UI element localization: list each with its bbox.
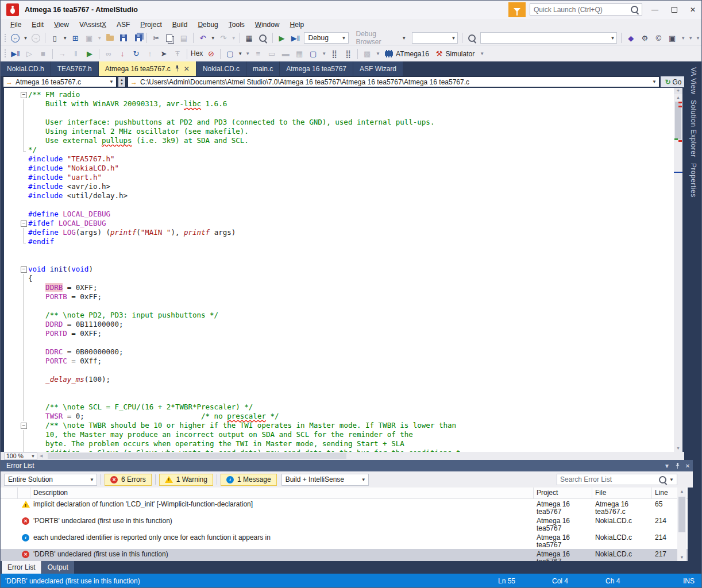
- side-tab-properties[interactable]: Properties: [689, 163, 697, 198]
- find-in-files-button[interactable]: [465, 32, 479, 44]
- vassistx-button[interactable]: ◆: [624, 32, 638, 44]
- close-button[interactable]: ✕: [684, 3, 701, 17]
- add-new-item-button[interactable]: ⊞: [68, 32, 82, 44]
- search-solution-combo[interactable]: ▼: [480, 32, 617, 44]
- close-panel-icon[interactable]: ✕: [682, 460, 693, 471]
- editor-vertical-scrollbar[interactable]: + ▲ ▼: [674, 88, 682, 452]
- doc-tab-atmega-16-tea5767[interactable]: Atmega 16 tea5767: [280, 61, 353, 76]
- window-layout-button[interactable]: ▦: [242, 32, 256, 44]
- scope-spinner[interactable]: ▲▼: [118, 76, 126, 87]
- close-tab-icon[interactable]: ✕: [184, 65, 190, 73]
- undo-button[interactable]: ↶: [196, 32, 210, 44]
- nav-backward-dropdown-caret[interactable]: ▼: [22, 36, 29, 41]
- menu-debug[interactable]: Debug: [192, 19, 223, 30]
- panel-tab-error-list[interactable]: Error List: [2, 561, 41, 574]
- feedback-button[interactable]: [508, 2, 526, 17]
- new-file-button[interactable]: ▯: [48, 32, 61, 44]
- pin-icon[interactable]: [175, 65, 180, 72]
- processor-view-dropdown-caret[interactable]: ▼: [237, 51, 244, 56]
- scrollbar-thumb[interactable]: [48, 453, 346, 459]
- error-row[interactable]: !implicit declaration of function 'LCD_i…: [1, 499, 688, 516]
- scroll-up-arrow[interactable]: ▲: [674, 94, 682, 101]
- file-path-combo[interactable]: → C:\Users\Admin\Documents\Atmel Studio\…: [128, 76, 659, 87]
- error-row[interactable]: ieach undeclared identifier is reported …: [1, 532, 688, 549]
- menu-build[interactable]: Build: [167, 19, 193, 30]
- zoom-control[interactable]: 100 % ▼: [4, 452, 37, 460]
- menu-window[interactable]: Window: [250, 19, 285, 30]
- save-all-button[interactable]: [130, 32, 144, 44]
- menu-file[interactable]: File: [5, 19, 26, 30]
- column-header-line[interactable]: Line: [652, 488, 678, 498]
- step-into-button[interactable]: ↓: [115, 48, 129, 60]
- tools-options-button[interactable]: ⚙: [638, 32, 651, 44]
- warnings-toggle-button[interactable]: ! 1 Warning: [159, 474, 213, 486]
- toolbar-overflow-button[interactable]: ▼: [686, 36, 694, 41]
- pin-icon[interactable]: [672, 460, 682, 471]
- menu-view[interactable]: View: [49, 19, 74, 30]
- start-debugging-and-break-button[interactable]: ▶‖: [288, 32, 302, 44]
- splitter-handle-icon[interactable]: +: [674, 88, 682, 94]
- fold-gutter[interactable]: [20, 265, 28, 274]
- device-indicator[interactable]: ATmega16: [381, 48, 433, 60]
- menu-vassistx[interactable]: VAssistX: [74, 19, 111, 30]
- doc-tab-main-c[interactable]: main.c: [246, 61, 280, 76]
- error-row[interactable]: ✕'PORTB' undeclared (first use in this f…: [1, 516, 688, 532]
- hex-display-button[interactable]: Hex: [190, 48, 204, 60]
- debug-tool-indicator[interactable]: ⚒Simulator: [433, 48, 478, 60]
- reset-button[interactable]: ↻: [129, 48, 143, 60]
- doc-tab-atmega-16-tea5767-c[interactable]: Atmega 16 tea5767.c✕: [99, 61, 196, 76]
- processor-view-button[interactable]: ▢: [223, 48, 237, 60]
- copy-button[interactable]: [163, 32, 177, 44]
- menu-project[interactable]: Project: [135, 19, 167, 30]
- menu-edit[interactable]: Edit: [26, 19, 49, 30]
- undo-dropdown-caret[interactable]: ▼: [210, 36, 217, 41]
- column-header-description[interactable]: Description: [30, 488, 534, 498]
- column-header-project[interactable]: Project: [534, 488, 592, 498]
- toolbar-overflow-button[interactable]: ▼: [244, 51, 251, 56]
- doc-tab-nokialcd-c[interactable]: NokiaLCD.c: [196, 61, 246, 76]
- column-header-blank[interactable]: [1, 488, 18, 498]
- memory-window-button[interactable]: ⣿: [341, 48, 355, 60]
- configuration-combo[interactable]: Debug▼: [304, 32, 348, 44]
- menu-asf[interactable]: ASF: [111, 19, 135, 30]
- fold-gutter[interactable]: [20, 90, 28, 99]
- selection-tool-button[interactable]: ▣: [665, 32, 679, 44]
- doc-tab-asf-wizard[interactable]: ASF Wizard: [353, 61, 403, 76]
- menu-tools[interactable]: Tools: [223, 19, 250, 30]
- save-button[interactable]: [117, 32, 130, 44]
- doc-tab-nokialcd-h[interactable]: NokiaLCD.h: [1, 61, 51, 76]
- window-position-chevron-icon[interactable]: ▼: [662, 460, 672, 471]
- side-tab-va-view[interactable]: VA View: [689, 67, 697, 94]
- error-search-input[interactable]: Search Error List ▼: [557, 474, 677, 485]
- scroll-up-arrow[interactable]: ▲: [677, 489, 686, 493]
- scope-combo[interactable]: → Atmega 16 tea5767.c ▼: [3, 76, 117, 87]
- error-filter-combo[interactable]: Build + IntelliSense ▼: [281, 474, 369, 486]
- cut-button[interactable]: ✂: [149, 32, 163, 44]
- fold-gutter[interactable]: [20, 421, 28, 430]
- continue-button[interactable]: ▶‖: [9, 48, 22, 60]
- toolbar-overflow-button[interactable]: ▼: [478, 51, 485, 56]
- toolbar-overflow-button[interactable]: ▼: [320, 51, 327, 56]
- column-header-file[interactable]: File: [592, 488, 652, 498]
- go-button[interactable]: ↻ Go: [661, 76, 686, 87]
- find-button[interactable]: [256, 32, 270, 44]
- code-inspection-button[interactable]: ©: [651, 32, 665, 44]
- quick-launch-input[interactable]: Quick Launch (Ctrl+Q): [530, 3, 642, 16]
- toolbar-overflow-button[interactable]: ▼: [694, 36, 701, 41]
- restore-button[interactable]: [666, 3, 683, 17]
- error-grid-scrollbar[interactable]: ▲ ▼: [677, 488, 686, 561]
- fold-gutter[interactable]: [20, 219, 28, 228]
- editor-horizontal-scrollbar[interactable]: ◀: [40, 452, 684, 460]
- menu-help[interactable]: Help: [285, 19, 310, 30]
- new-file-dropdown-caret[interactable]: ▼: [61, 36, 68, 41]
- error-scope-combo[interactable]: Entire Solution ▼: [4, 474, 97, 486]
- toolbar-overflow-button[interactable]: ▼: [374, 51, 381, 56]
- run-to-cursor-button[interactable]: ➤: [157, 48, 171, 60]
- scroll-down-arrow[interactable]: ▼: [677, 555, 686, 559]
- scrollbar-thumb[interactable]: [678, 497, 685, 532]
- toolbar-overflow-button[interactable]: ▼: [679, 36, 686, 41]
- disable-all-breakpoints-button[interactable]: ⊘: [204, 48, 218, 60]
- doc-tab-tea5767-h[interactable]: TEA5767.h: [51, 61, 99, 76]
- error-row[interactable]: ✕'DDRB' undeclared (first use in this fu…: [1, 549, 688, 561]
- scroll-down-arrow[interactable]: ▼: [674, 445, 682, 452]
